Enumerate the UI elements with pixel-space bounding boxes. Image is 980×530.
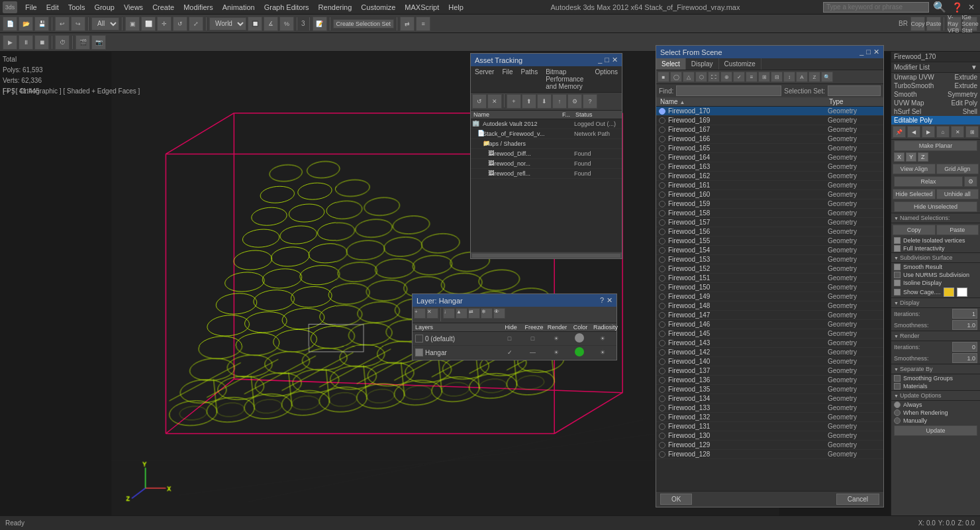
scene-list-item[interactable]: Firewood_163 Geometry	[656, 162, 883, 172]
scene-row-radio[interactable]	[659, 201, 665, 207]
lp-tb-add[interactable]: ▲	[456, 308, 467, 319]
scene-row-radio[interactable]	[659, 127, 665, 133]
scene-row-radio[interactable]	[659, 173, 665, 180]
layer-row-hangar[interactable]: Hangar ✓ — ☀ ☀	[413, 346, 616, 360]
align-btn[interactable]: ≡	[416, 17, 430, 31]
at-menu-file[interactable]: File	[499, 68, 515, 91]
snap-btn[interactable]: 🔲	[248, 17, 262, 31]
cage-color-swatch2[interactable]	[957, 288, 967, 297]
scene-row-radio[interactable]	[659, 229, 665, 235]
scene-row-radio[interactable]	[659, 164, 665, 170]
close-icon[interactable]: ✕	[965, 3, 977, 12]
search-icon[interactable]: 🔍	[930, 1, 949, 13]
lp-tb-hide[interactable]: 👁	[493, 308, 505, 319]
scene-row-radio[interactable]	[659, 433, 665, 439]
redo-btn[interactable]: ↪	[71, 17, 85, 31]
menu-animation[interactable]: Animation	[219, 2, 259, 13]
scene-row-radio[interactable]	[659, 117, 665, 124]
at-scrollbar[interactable]	[471, 252, 622, 258]
scene-row-radio[interactable]	[659, 377, 665, 384]
selection-set-input[interactable]	[828, 85, 881, 96]
ns-paste-btn[interactable]: Paste	[936, 225, 979, 235]
scene-list-item[interactable]: Firewood_166 Geometry	[656, 134, 883, 144]
scene-list-item[interactable]: Firewood_162 Geometry	[656, 172, 883, 181]
mirror-btn[interactable]: ⇄	[400, 17, 415, 31]
scene-row-radio[interactable]	[659, 238, 665, 244]
scene-list-item[interactable]: Firewood_161 Geometry	[656, 181, 883, 190]
menu-maxscript[interactable]: MAXScript	[401, 2, 443, 13]
scene-list-item[interactable]: Firewood_156 Geometry	[656, 227, 883, 237]
layer-hangar-color[interactable]	[567, 347, 591, 358]
scene-list-item[interactable]: Firewood_157 Geometry	[656, 218, 883, 227]
layer-default-radiosity[interactable]: ☀	[591, 335, 614, 342]
layer-default-hide[interactable]: □	[498, 335, 521, 342]
layer-default-render[interactable]: ☀	[544, 335, 567, 342]
scene-list-item[interactable]: Firewood_133 Geometry	[656, 403, 883, 413]
scene-row-radio[interactable]	[659, 108, 665, 115]
relax-settings-btn[interactable]: ⚙	[964, 176, 977, 187]
at-tb-refresh[interactable]: ↺	[472, 94, 487, 109]
scene-tb-btn-12[interactable]: A	[796, 72, 808, 82]
smooth-result-cb[interactable]	[894, 264, 901, 270]
new-btn[interactable]: 📄	[3, 17, 17, 31]
menu-help[interactable]: Help	[444, 2, 467, 13]
at-menu-server[interactable]: Server	[472, 68, 497, 91]
scene-row-radio[interactable]	[659, 386, 665, 393]
open-btn[interactable]: 📂	[19, 17, 33, 31]
scene-tab-display[interactable]: Display	[686, 58, 719, 70]
scene-row-radio[interactable]	[659, 293, 665, 300]
at-minimize-btn[interactable]: _	[598, 56, 602, 64]
lp-question-btn[interactable]: ?	[600, 296, 604, 305]
select-region-btn[interactable]: ⬜	[141, 17, 156, 31]
scene-list-item[interactable]: Firewood_145 Geometry	[656, 329, 883, 339]
scene-list-item[interactable]: Firewood_154 Geometry	[656, 246, 883, 255]
scene-row-radio[interactable]	[659, 256, 665, 263]
at-list-item[interactable]: 📁 Maps / Shaders	[471, 139, 622, 149]
unhide-all-btn[interactable]: Unhide all	[936, 189, 979, 199]
nav-copy-btn[interactable]: ⊞	[965, 126, 979, 138]
scene-row-radio[interactable]	[659, 349, 665, 356]
scene-list-item[interactable]: Firewood_150 Geometry	[656, 283, 883, 292]
scene-row-radio[interactable]	[659, 368, 665, 374]
scene-row-radio[interactable]	[659, 284, 665, 291]
scene-ok-btn[interactable]: OK	[660, 494, 692, 505]
scene-row-radio[interactable]	[659, 321, 665, 328]
scene-row-radio[interactable]	[659, 423, 665, 430]
selection-dropdown[interactable]: All	[91, 17, 119, 30]
modifier-turbosmooth[interactable]: TurboSmooth Extrude	[891, 81, 980, 90]
modifier-unwrap-uvw[interactable]: Unwrap UVW Extrude	[891, 73, 980, 81]
scene-list-item[interactable]: Firewood_167 Geometry	[656, 125, 883, 134]
scene-tb-btn-2[interactable]: ◯	[670, 72, 682, 82]
nav-pin-btn[interactable]: 📌	[893, 126, 906, 138]
at-tb-tag3[interactable]: ↑	[552, 94, 567, 109]
scene-row-radio[interactable]	[659, 191, 665, 198]
layer-hangar-freeze[interactable]: —	[521, 349, 544, 356]
time-btn[interactable]: ⏱	[55, 35, 70, 50]
create-sel-set-btn[interactable]: Create Selection Set	[333, 19, 395, 28]
modifier-hsurf-sel[interactable]: hSurf Sel Shell	[891, 107, 980, 116]
lp-tb-new[interactable]: +	[414, 308, 426, 319]
select-scene-maximize-btn[interactable]: □	[866, 48, 871, 56]
scene-row-radio[interactable]	[659, 451, 665, 458]
at-list-item[interactable]: 🖼 Firewood_Diff... Found	[471, 149, 622, 159]
undo-btn[interactable]: ↩	[55, 17, 70, 31]
scene-list-item[interactable]: Firewood_151 Geometry	[656, 274, 883, 283]
scene-row-radio[interactable]	[659, 414, 665, 421]
layer-row-default[interactable]: 0 (default) □ □ ☀ ☀	[413, 332, 616, 346]
scene-list-item[interactable]: Firewood_136 Geometry	[656, 376, 883, 385]
layer-default-freeze[interactable]: □	[521, 335, 544, 342]
view-align-btn[interactable]: View Align	[893, 164, 936, 174]
scene-list-item[interactable]: Firewood_160 Geometry	[656, 190, 883, 199]
scene-list-item[interactable]: Firewood_128 Geometry	[656, 450, 883, 459]
scene-list-item[interactable]: Firewood_131 Geometry	[656, 422, 883, 431]
lp-tb-get[interactable]: ↓	[443, 308, 455, 319]
render-btn[interactable]: 🎬	[75, 35, 90, 50]
at-list[interactable]: 🏢 Autodesk Vault 2012 Logged Out (...) 📄…	[471, 119, 622, 252]
materials-cb[interactable]	[894, 383, 901, 390]
scene-row-radio[interactable]	[659, 266, 665, 272]
scene-list-item[interactable]: Firewood_130 Geometry	[656, 431, 883, 441]
render-iter-input[interactable]	[952, 342, 977, 352]
layer-hangar-render[interactable]: ☀	[544, 349, 567, 356]
scene-tb-btn-6[interactable]: ⊕	[720, 72, 732, 82]
at-maximize-btn[interactable]: □	[605, 56, 609, 64]
